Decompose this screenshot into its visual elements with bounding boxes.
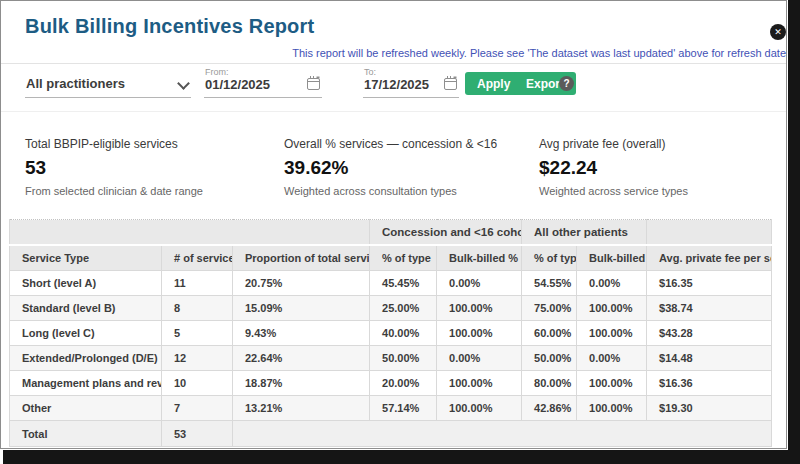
services-table: Concession and <16 cohort All other pati… [9,219,772,447]
drop-shadow [788,0,800,464]
table-row: Other713.21%57.14%100.00%42.86%100.00%$1… [10,396,772,421]
to-date-label: To: [364,67,376,77]
refresh-note: This report will be refreshed weekly. Pl… [292,47,786,59]
table-cell: $14.48 [647,346,772,371]
calendar-icon[interactable] [307,78,320,90]
group-header-other: All other patients [522,220,647,245]
stat-overall-percent: Overall % services — concession & <16 39… [284,137,497,197]
from-date-value: 01/12/2025 [205,77,270,92]
help-icon[interactable]: ? [559,76,574,91]
stat-label: Avg private fee (overall) [539,137,688,151]
table-cell: 0.00% [577,346,647,371]
calendar-icon[interactable] [444,78,457,90]
stat-value: 53 [25,157,203,179]
practitioner-select[interactable]: All practitioners [25,69,191,98]
group-header-concession: Concession and <16 cohort [370,220,522,245]
stat-total-services: Total BBPIP-eligible services 53 From se… [25,137,203,197]
table-cell: 0.00% [577,271,647,296]
stat-sublabel: From selected clinician & date range [25,185,203,197]
table-cell: $19.30 [647,396,772,421]
table-cell: 20.75% [233,271,370,296]
group-header-blank [647,220,772,245]
table-cell: 18.87% [233,371,370,396]
table-cell: Short (level A) [10,271,162,296]
table-cell: 57.14% [370,396,437,421]
column-header: Avg. private fee per service [647,245,772,271]
column-header: % of type [370,245,437,271]
table-cell: 75.00% [522,296,577,321]
table-header-row: Service Type # of services Proportion of… [10,245,772,271]
close-icon[interactable]: ✕ [770,24,786,40]
table-cell: 100.00% [437,321,522,346]
stat-label: Overall % services — concession & <16 [284,137,497,151]
page-title: Bulk Billing Incentives Report [25,15,314,38]
table-cell: 40.00% [370,321,437,346]
table-cell: 9.43% [233,321,370,346]
table-cell: 100.00% [577,396,647,421]
stat-sublabel: Weighted across consultation types [284,185,497,197]
table-cell: Total [10,421,162,447]
table-cell: 50.00% [522,346,577,371]
filters-divider [1,111,787,112]
table-cell: $38.74 [647,296,772,321]
table-cell: 20.00% [370,371,437,396]
stat-label: Total BBPIP-eligible services [25,137,203,151]
table-row: Management plans and reviews1018.87%20.0… [10,371,772,396]
to-date-value: 17/12/2025 [364,77,429,92]
table-cell: Standard (level B) [10,296,162,321]
from-date-label: From: [205,67,229,77]
table-cell: $43.28 [647,321,772,346]
table-cell: 50.00% [370,346,437,371]
table-cell: 80.00% [522,371,577,396]
table-cell: Extended/Prolonged (D/E) [10,346,162,371]
stat-avg-private-fee: Avg private fee (overall) $22.24 Weighte… [539,137,688,197]
table-cell: 45.45% [370,271,437,296]
table-cell: Long (level C) [10,321,162,346]
table-row: Short (level A)1120.75%45.45%0.00%54.55%… [10,271,772,296]
table-cell: 53 [162,421,233,447]
table-cell: 100.00% [437,371,522,396]
table-cell: 13.21% [233,396,370,421]
column-header: # of services [162,245,233,271]
report-dialog: Bulk Billing Incentives Report This repo… [0,0,800,464]
drop-shadow [3,450,800,464]
table-cell: $16.36 [647,371,772,396]
table-row: Extended/Prolonged (D/E)1222.64%50.00%0.… [10,346,772,371]
practitioner-select-value: All practitioners [26,76,125,91]
header-divider [1,63,787,64]
table-cell: 22.64% [233,346,370,371]
table-cell: 0.00% [437,271,522,296]
table-cell: Other [10,396,162,421]
table-body: Short (level A)1120.75%45.45%0.00%54.55%… [10,271,772,447]
stat-value: 39.62% [284,157,497,179]
table-cell: 7 [162,396,233,421]
table-cell: $16.35 [647,271,772,296]
to-date-field[interactable]: To: 17/12/2025 [363,67,459,98]
group-header-blank [10,220,370,245]
table-cell: 100.00% [437,396,522,421]
table-cell: 15.09% [233,296,370,321]
table-cell: 42.86% [522,396,577,421]
table-cell [233,421,772,447]
table-cell: 100.00% [577,371,647,396]
from-date-field[interactable]: From: 01/12/2025 [204,67,322,98]
table-cell: 100.00% [577,296,647,321]
column-header: % of type [522,245,577,271]
table-cell: 100.00% [577,321,647,346]
table-cell: 25.00% [370,296,437,321]
table-total-row: Total53 [10,421,772,447]
table-cell: 54.55% [522,271,577,296]
report-panel: Bulk Billing Incentives Report This repo… [0,0,787,449]
column-header: Proportion of total services [233,245,370,271]
column-header: Bulk-billed % [437,245,522,271]
table-cell: 60.00% [522,321,577,346]
table-cell: 5 [162,321,233,346]
stat-sublabel: Weighted across service types [539,185,688,197]
table-cell: Management plans and reviews [10,371,162,396]
chevron-down-icon [179,79,187,87]
table-cell: 10 [162,371,233,396]
table-row: Standard (level B)815.09%25.00%100.00%75… [10,296,772,321]
stat-value: $22.24 [539,157,688,179]
column-header: Bulk-billed % [577,245,647,271]
table-cell: 8 [162,296,233,321]
